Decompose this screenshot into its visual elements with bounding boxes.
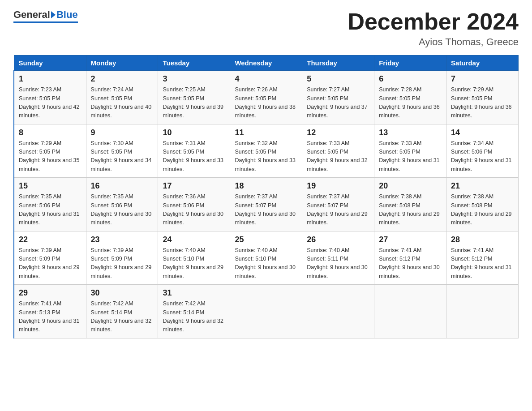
day-number: 14 — [451, 128, 514, 137]
calendar-cell — [374, 285, 446, 338]
calendar-cell: 28Sunrise: 7:41 AMSunset: 5:12 PMDayligh… — [446, 231, 519, 285]
day-info: Sunrise: 7:37 AMSunset: 5:07 PMDaylight:… — [307, 193, 369, 227]
calendar-cell: 21Sunrise: 7:38 AMSunset: 5:08 PMDayligh… — [446, 178, 519, 231]
col-header-sunday: Sunday — [14, 56, 86, 71]
day-number: 24 — [163, 235, 225, 244]
day-info: Sunrise: 7:40 AMSunset: 5:10 PMDaylight:… — [163, 246, 225, 281]
day-info: Sunrise: 7:29 AMSunset: 5:05 PMDaylight:… — [451, 86, 514, 120]
day-info: Sunrise: 7:39 AMSunset: 5:09 PMDaylight:… — [19, 246, 82, 281]
calendar-cell: 25Sunrise: 7:40 AMSunset: 5:10 PMDayligh… — [230, 231, 302, 285]
week-row-5: 29Sunrise: 7:41 AMSunset: 5:13 PMDayligh… — [14, 285, 519, 338]
day-number: 2 — [91, 74, 154, 84]
day-info: Sunrise: 7:41 AMSunset: 5:12 PMDaylight:… — [451, 246, 514, 281]
calendar-cell: 11Sunrise: 7:32 AMSunset: 5:05 PMDayligh… — [230, 124, 302, 178]
calendar-cell: 26Sunrise: 7:40 AMSunset: 5:11 PMDayligh… — [302, 231, 374, 285]
day-number: 13 — [379, 128, 442, 137]
day-info: Sunrise: 7:40 AMSunset: 5:11 PMDaylight:… — [307, 246, 369, 281]
day-number: 26 — [307, 235, 369, 244]
day-info: Sunrise: 7:33 AMSunset: 5:05 PMDaylight:… — [379, 139, 442, 174]
day-number: 6 — [379, 74, 442, 84]
day-info: Sunrise: 7:24 AMSunset: 5:05 PMDaylight:… — [91, 86, 154, 120]
day-number: 15 — [19, 181, 82, 191]
logo-blue-text: Blue — [56, 9, 78, 21]
calendar-cell: 16Sunrise: 7:35 AMSunset: 5:06 PMDayligh… — [86, 178, 158, 231]
calendar-header-row: SundayMondayTuesdayWednesdayThursdayFrid… — [14, 56, 519, 71]
day-number: 25 — [235, 235, 297, 244]
col-header-tuesday: Tuesday — [158, 56, 230, 71]
calendar-cell: 27Sunrise: 7:41 AMSunset: 5:12 PMDayligh… — [374, 231, 446, 285]
day-info: Sunrise: 7:28 AMSunset: 5:05 PMDaylight:… — [379, 86, 442, 120]
day-number: 10 — [163, 128, 225, 137]
calendar-cell — [446, 285, 519, 338]
day-number: 31 — [163, 288, 225, 298]
col-header-wednesday: Wednesday — [230, 56, 302, 71]
calendar-cell: 20Sunrise: 7:38 AMSunset: 5:08 PMDayligh… — [374, 178, 446, 231]
day-info: Sunrise: 7:29 AMSunset: 5:05 PMDaylight:… — [19, 139, 82, 174]
day-info: Sunrise: 7:35 AMSunset: 5:06 PMDaylight:… — [91, 193, 154, 227]
calendar-cell: 19Sunrise: 7:37 AMSunset: 5:07 PMDayligh… — [302, 178, 374, 231]
day-info: Sunrise: 7:33 AMSunset: 5:05 PMDaylight:… — [307, 139, 369, 174]
day-info: Sunrise: 7:36 AMSunset: 5:06 PMDaylight:… — [163, 193, 225, 227]
day-info: Sunrise: 7:37 AMSunset: 5:07 PMDaylight:… — [235, 193, 297, 227]
col-header-monday: Monday — [86, 56, 158, 71]
day-number: 9 — [91, 128, 154, 137]
day-number: 19 — [307, 181, 369, 191]
logo-general-text: General — [13, 9, 50, 21]
day-info: Sunrise: 7:32 AMSunset: 5:05 PMDaylight:… — [235, 139, 297, 174]
calendar-cell: 30Sunrise: 7:42 AMSunset: 5:14 PMDayligh… — [86, 285, 158, 338]
day-info: Sunrise: 7:31 AMSunset: 5:05 PMDaylight:… — [163, 139, 225, 174]
day-number: 23 — [91, 235, 154, 244]
calendar-cell: 2Sunrise: 7:24 AMSunset: 5:05 PMDaylight… — [86, 71, 158, 124]
logo-underline — [13, 21, 78, 23]
day-number: 21 — [451, 181, 514, 191]
calendar-cell: 7Sunrise: 7:29 AMSunset: 5:05 PMDaylight… — [446, 71, 519, 124]
day-number: 17 — [163, 181, 225, 191]
day-info: Sunrise: 7:38 AMSunset: 5:08 PMDaylight:… — [451, 193, 514, 227]
day-number: 11 — [235, 128, 297, 137]
day-info: Sunrise: 7:35 AMSunset: 5:06 PMDaylight:… — [19, 193, 82, 227]
week-row-3: 15Sunrise: 7:35 AMSunset: 5:06 PMDayligh… — [14, 178, 519, 231]
title-block: December 2024 Ayios Thomas, Greece — [348, 9, 519, 48]
calendar-cell: 12Sunrise: 7:33 AMSunset: 5:05 PMDayligh… — [302, 124, 374, 178]
day-number: 27 — [379, 235, 442, 244]
calendar-cell: 3Sunrise: 7:25 AMSunset: 5:05 PMDaylight… — [158, 71, 230, 124]
calendar-table: SundayMondayTuesdayWednesdayThursdayFrid… — [13, 55, 519, 338]
day-info: Sunrise: 7:25 AMSunset: 5:05 PMDaylight:… — [163, 86, 225, 120]
day-info: Sunrise: 7:41 AMSunset: 5:13 PMDaylight:… — [19, 300, 82, 334]
calendar-cell: 22Sunrise: 7:39 AMSunset: 5:09 PMDayligh… — [14, 231, 86, 285]
calendar-cell: 8Sunrise: 7:29 AMSunset: 5:05 PMDaylight… — [14, 124, 86, 178]
calendar-cell: 29Sunrise: 7:41 AMSunset: 5:13 PMDayligh… — [14, 285, 86, 338]
logo: General Blue — [13, 9, 78, 23]
week-row-2: 8Sunrise: 7:29 AMSunset: 5:05 PMDaylight… — [14, 124, 519, 178]
day-info: Sunrise: 7:30 AMSunset: 5:05 PMDaylight:… — [91, 139, 154, 174]
calendar-cell: 15Sunrise: 7:35 AMSunset: 5:06 PMDayligh… — [14, 178, 86, 231]
calendar-cell: 14Sunrise: 7:34 AMSunset: 5:06 PMDayligh… — [446, 124, 519, 178]
col-header-friday: Friday — [374, 56, 446, 71]
calendar-cell: 24Sunrise: 7:40 AMSunset: 5:10 PMDayligh… — [158, 231, 230, 285]
day-number: 12 — [307, 128, 369, 137]
calendar-cell: 17Sunrise: 7:36 AMSunset: 5:06 PMDayligh… — [158, 178, 230, 231]
day-info: Sunrise: 7:23 AMSunset: 5:05 PMDaylight:… — [19, 86, 82, 120]
week-row-4: 22Sunrise: 7:39 AMSunset: 5:09 PMDayligh… — [14, 231, 519, 285]
day-number: 20 — [379, 181, 442, 191]
day-number: 4 — [235, 74, 297, 84]
day-number: 28 — [451, 235, 514, 244]
calendar-cell: 4Sunrise: 7:26 AMSunset: 5:05 PMDaylight… — [230, 71, 302, 124]
col-header-thursday: Thursday — [302, 56, 374, 71]
calendar-cell: 13Sunrise: 7:33 AMSunset: 5:05 PMDayligh… — [374, 124, 446, 178]
page-header: General Blue December 2024 Ayios Thomas,… — [13, 9, 519, 48]
day-number: 18 — [235, 181, 297, 191]
day-info: Sunrise: 7:34 AMSunset: 5:06 PMDaylight:… — [451, 139, 514, 174]
day-info: Sunrise: 7:42 AMSunset: 5:14 PMDaylight:… — [91, 300, 154, 334]
calendar-cell: 5Sunrise: 7:27 AMSunset: 5:05 PMDaylight… — [302, 71, 374, 124]
day-number: 3 — [163, 74, 225, 84]
day-info: Sunrise: 7:40 AMSunset: 5:10 PMDaylight:… — [235, 246, 297, 281]
day-number: 7 — [451, 74, 514, 84]
location-subtitle: Ayios Thomas, Greece — [348, 36, 519, 48]
week-row-1: 1Sunrise: 7:23 AMSunset: 5:05 PMDaylight… — [14, 71, 519, 124]
calendar-cell: 23Sunrise: 7:39 AMSunset: 5:09 PMDayligh… — [86, 231, 158, 285]
month-title: December 2024 — [348, 9, 519, 34]
calendar-cell: 31Sunrise: 7:42 AMSunset: 5:14 PMDayligh… — [158, 285, 230, 338]
day-info: Sunrise: 7:27 AMSunset: 5:05 PMDaylight:… — [307, 86, 369, 120]
day-number: 16 — [91, 181, 154, 191]
